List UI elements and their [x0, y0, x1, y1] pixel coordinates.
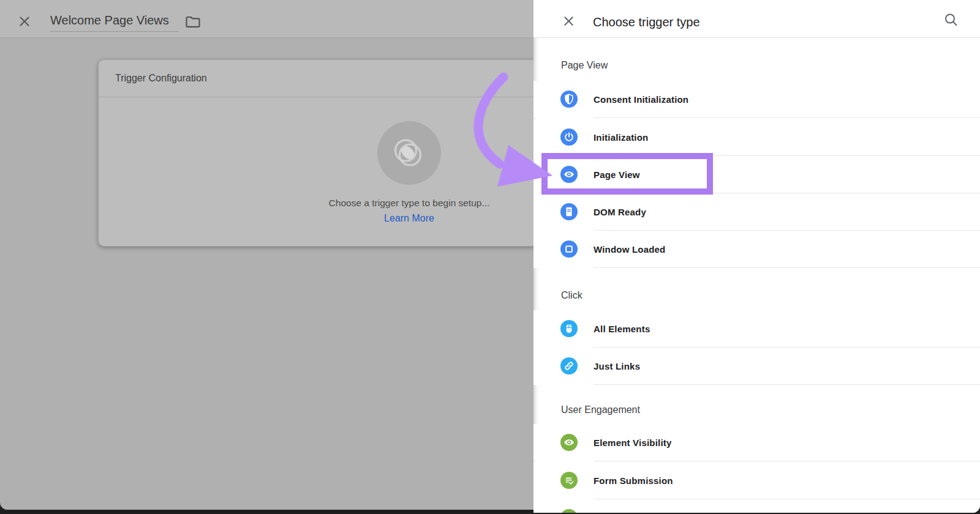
form-check-icon	[560, 472, 578, 489]
trigger-type-item[interactable]: DOM Ready	[533, 193, 980, 231]
visibility-eye-icon	[560, 434, 578, 451]
folder-icon[interactable]	[185, 15, 201, 29]
overlapping-circles-icon	[366, 110, 452, 196]
trigger-name-field[interactable]: Welcome Page Views	[50, 13, 179, 32]
document-icon	[560, 203, 578, 220]
trigger-type-label: Just Links	[594, 361, 640, 371]
mouse-icon	[560, 320, 578, 337]
trigger-type-item[interactable]	[533, 499, 980, 513]
trigger-type-item[interactable]: Window Loaded	[533, 231, 980, 268]
consent-shield-icon	[560, 91, 578, 108]
dimmed-editor-area: Welcome Page Views Trigger Configuration…	[0, 0, 533, 510]
section-title: Page View	[561, 58, 608, 73]
section-title: Click	[561, 288, 582, 303]
link-icon	[560, 357, 578, 374]
trigger-type-item[interactable]: Just Links	[533, 348, 980, 385]
trigger-type-label: Page View	[594, 169, 640, 180]
close-editor-button[interactable]	[17, 15, 32, 29]
trigger-setup-hint: Choose a trigger type to begin setup...	[99, 198, 533, 209]
trigger-type-item[interactable]: Initialization	[533, 119, 980, 156]
trigger-type-item[interactable]: Form Submission	[533, 462, 980, 499]
close-icon	[563, 15, 575, 29]
trigger-type-item[interactable]: Element Visibility	[533, 424, 980, 461]
panel-title: Choose trigger type	[593, 15, 700, 29]
card-title: Trigger Configuration	[115, 73, 207, 84]
eye-icon	[560, 166, 578, 183]
trigger-type-item[interactable]: All Elements	[533, 310, 980, 348]
trigger-type-label: DOM Ready	[594, 207, 646, 217]
trigger-type-item[interactable]: Consent Initialization	[533, 81, 980, 118]
section-title: User Engagement	[561, 403, 640, 417]
trigger-type-label: All Elements	[594, 324, 650, 334]
trigger-type-label: Form Submission	[594, 475, 673, 486]
gtm-trigger-editor-screen: Welcome Page Views Trigger Configuration…	[0, 0, 980, 514]
choose-trigger-type-panel: Choose trigger type Page ViewConsent Ini…	[533, 0, 980, 513]
close-panel-button[interactable]	[561, 15, 576, 29]
trigger-type-label: Consent Initialization	[594, 94, 688, 105]
close-icon	[18, 15, 31, 29]
learn-more-link[interactable]: Learn More	[99, 213, 533, 224]
power-icon	[560, 128, 578, 146]
window-icon	[560, 240, 578, 258]
trigger-type-item[interactable]: Page View	[533, 156, 980, 193]
search-icon[interactable]	[943, 12, 960, 29]
trigger-configuration-card: Trigger Configuration Choose a trigger t…	[98, 59, 533, 247]
card-header: Trigger Configuration	[99, 60, 533, 97]
trigger-type-label: Initialization	[594, 132, 648, 143]
partial-trigger-icon	[560, 509, 578, 513]
trigger-type-label: Window Loaded	[594, 244, 665, 255]
trigger-type-label: Element Visibility	[594, 438, 672, 448]
